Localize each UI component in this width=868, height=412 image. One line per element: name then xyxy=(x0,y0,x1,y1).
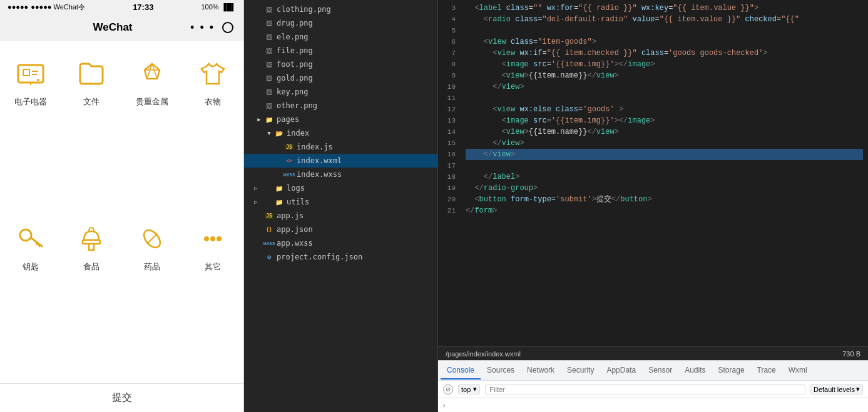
file-gold-png[interactable]: 🖼 gold.png xyxy=(244,71,437,85)
svg-point-24 xyxy=(210,236,215,241)
file-index-wxml[interactable]: <> index.wxml xyxy=(244,154,437,168)
code-line-10: </view> xyxy=(466,81,863,93)
tab-appdata[interactable]: AppData xyxy=(600,362,642,379)
context-selector[interactable]: top ▾ xyxy=(458,384,480,394)
tab-security[interactable]: Security xyxy=(561,362,600,379)
grid-item-clothing[interactable]: 衣物 xyxy=(183,48,243,213)
filename: file.png xyxy=(277,46,313,55)
svg-point-25 xyxy=(217,236,222,241)
code-editor: 3 4 5 6 7 8 9 10 11 12 13 14 15 16 17 18… xyxy=(438,0,868,346)
filename: index.wxml xyxy=(297,156,342,165)
items-grid: 电子电器 文件 贵重金属 xyxy=(0,41,243,383)
grid-item-file[interactable]: 文件 xyxy=(61,48,121,213)
devtools-panel: Console Sources Network Security AppData… xyxy=(438,360,868,412)
precious-icon xyxy=(133,55,171,93)
wxss-badge-icon: wxss xyxy=(284,169,294,179)
console-prompt[interactable]: › xyxy=(443,402,445,409)
wxss-badge-icon: wxss xyxy=(264,238,274,248)
code-line-19: </radio-group> xyxy=(466,183,863,194)
medicine-icon xyxy=(133,220,171,258)
file-project-config[interactable]: ⚙ project.config.json xyxy=(244,250,437,264)
file-tree: 🖼 clothing.png 🖼 drug.png 🖼 ele.png 🖼 fi… xyxy=(244,0,437,412)
grid-item-medicine[interactable]: 药品 xyxy=(122,213,183,378)
submit-label[interactable]: 提交 xyxy=(112,392,132,403)
file-index-wxss[interactable]: wxss index.wxss xyxy=(244,168,437,181)
submit-section: 提交 xyxy=(0,383,243,412)
file-app-js[interactable]: JS app.js xyxy=(244,209,437,223)
folder-utils[interactable]: ▷ 📁 utils xyxy=(244,195,437,209)
svg-point-6 xyxy=(37,79,39,81)
folder-icon: 📁 xyxy=(274,183,284,193)
file-icon: 🖼 xyxy=(264,59,274,69)
record-icon[interactable] xyxy=(222,22,233,33)
other-label: 其它 xyxy=(205,261,221,273)
file-clothing-png[interactable]: 🖼 clothing.png xyxy=(244,3,437,16)
folder-logs[interactable]: ▷ 📁 logs xyxy=(244,181,437,195)
tab-sources[interactable]: Sources xyxy=(481,362,521,379)
grid-item-precious[interactable]: 贵重金属 xyxy=(122,48,183,213)
filename: project.config.json xyxy=(277,253,362,261)
grid-item-electronics[interactable]: 电子电器 xyxy=(0,48,61,213)
file-key-png[interactable]: 🖼 key.png xyxy=(244,85,437,99)
code-line-15: </view> xyxy=(466,138,863,149)
folder-index[interactable]: ▼ 📂 index xyxy=(244,126,437,140)
grid-item-food[interactable]: 食品 xyxy=(61,213,121,378)
wechat-header: WeChat • • • xyxy=(0,14,243,41)
filename: index.js xyxy=(297,143,333,151)
file-app-wxss[interactable]: wxss app.wxss xyxy=(244,236,437,250)
file-index-js[interactable]: JS index.js xyxy=(244,140,437,154)
svg-rect-17 xyxy=(83,240,100,244)
grid-item-other[interactable]: 其它 xyxy=(183,213,243,378)
filter-input[interactable] xyxy=(485,384,805,394)
filename: gold.png xyxy=(277,74,313,83)
food-icon xyxy=(73,220,110,258)
file-other-png[interactable]: 🖼 other.png xyxy=(244,99,437,113)
key-label: 钥匙 xyxy=(23,261,39,273)
code-line-9: <view>{{item.name}}</view> xyxy=(466,70,863,81)
levels-dropdown-arrow: ▾ xyxy=(856,385,860,393)
editor-filesize: 730 B xyxy=(842,350,860,358)
file-folder-icon xyxy=(73,55,110,93)
file-icon: 🖼 xyxy=(264,101,274,111)
tab-storage[interactable]: Storage xyxy=(712,362,751,379)
js-badge-icon: JS xyxy=(264,211,274,221)
file-drug-png[interactable]: 🖼 drug.png xyxy=(244,16,437,30)
file-app-json[interactable]: {} app.json xyxy=(244,223,437,236)
other-icon xyxy=(194,220,232,258)
folder-name: logs xyxy=(287,184,305,193)
indent-arrow: ▷ xyxy=(254,199,264,205)
signal-dots: ●●●●● xyxy=(8,3,28,11)
levels-value: Default levels xyxy=(814,386,855,393)
filename: index.wxss xyxy=(297,170,342,179)
code-content[interactable]: <label class="" wx:for="{{ radio }}" wx:… xyxy=(461,0,868,346)
tab-wxml[interactable]: Wxml xyxy=(782,362,814,379)
code-line-3: <label class="" wx:for="{{ radio }}" wx:… xyxy=(466,3,863,14)
filename: other.png xyxy=(277,101,317,110)
tab-audits[interactable]: Audits xyxy=(678,362,712,379)
folder-icon: 📁 xyxy=(264,114,274,124)
file-icon: 🖼 xyxy=(264,87,274,97)
more-icon[interactable]: • • • xyxy=(190,21,215,34)
json-badge-icon: {} xyxy=(264,224,274,234)
stop-button[interactable]: ⊘ xyxy=(443,384,453,394)
file-ele-png[interactable]: 🖼 ele.png xyxy=(244,30,437,44)
tab-console[interactable]: Console xyxy=(441,362,481,379)
wechat-simulator: ●●●●● ●●●●● WeChat令 17:33 100% ▐█▌ WeCha… xyxy=(0,0,244,412)
code-line-13: <image src='{{item.img}}'></image> xyxy=(466,115,863,126)
file-icon: 🖼 xyxy=(264,32,274,42)
devtools-toolbar: ⊘ top ▾ Default levels ▾ xyxy=(438,381,868,398)
food-label: 食品 xyxy=(83,261,100,273)
filename: foot.png xyxy=(277,60,313,69)
grid-item-key[interactable]: 钥匙 xyxy=(0,213,61,378)
file-foot-png[interactable]: 🖼 foot.png xyxy=(244,58,437,71)
tab-network[interactable]: Network xyxy=(521,362,561,379)
svg-point-23 xyxy=(204,236,209,241)
tab-sensor[interactable]: Sensor xyxy=(642,362,678,379)
file-label: 文件 xyxy=(83,96,100,108)
levels-selector[interactable]: Default levels ▾ xyxy=(810,384,863,394)
file-file-png[interactable]: 🖼 file.png xyxy=(244,44,437,58)
file-icon: 🖼 xyxy=(264,4,274,14)
tab-trace[interactable]: Trace xyxy=(751,362,782,379)
code-line-17 xyxy=(466,160,863,171)
folder-pages[interactable]: ▶ 📁 pages xyxy=(244,113,437,126)
